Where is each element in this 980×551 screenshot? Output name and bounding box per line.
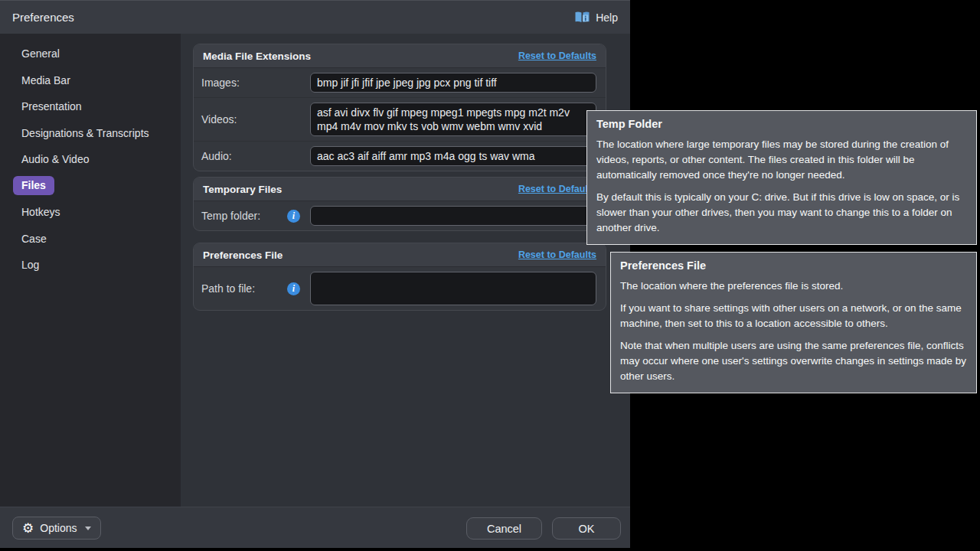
temp-folder-input[interactable] xyxy=(310,206,596,226)
sidebar-item-media-bar[interactable]: Media Bar xyxy=(0,67,181,94)
help-label: Help xyxy=(596,11,618,24)
section-media-file-extensions: Media File Extensions Reset to Defaults … xyxy=(193,44,606,171)
videos-extensions-row: Videos: asf avi divx flv gif mpeg mpeg1 … xyxy=(194,97,606,141)
help-book-icon xyxy=(574,11,590,24)
sidebar-item-designations-transcripts[interactable]: Designations & Transcripts xyxy=(0,120,181,147)
sidebar: General Media Bar Presentation Designati… xyxy=(0,34,181,507)
chevron-down-icon xyxy=(85,527,91,530)
sidebar-item-general[interactable]: General xyxy=(0,41,181,67)
temp-folder-row: Temp folder: i xyxy=(194,201,606,230)
title-bar: Preferences Help xyxy=(0,0,630,34)
sidebar-item-hotkeys[interactable]: Hotkeys xyxy=(0,199,181,226)
path-to-file-label: Path to file: xyxy=(201,282,287,295)
temp-folder-tooltip: Temp Folder The location where large tem… xyxy=(586,110,977,245)
section-header: Media File Extensions Reset to Defaults xyxy=(194,44,606,68)
audio-label: Audio: xyxy=(201,150,287,162)
section-header: Temporary Files Reset to Defaults xyxy=(194,178,606,201)
images-extensions-input[interactable]: bmp jif jfi jfif jpe jpeg jpg pcx png ti… xyxy=(310,73,596,93)
tooltip-title: Temp Folder xyxy=(596,118,967,130)
info-icon[interactable]: i xyxy=(287,210,300,223)
images-label: Images: xyxy=(201,77,287,89)
section-title: Preferences File xyxy=(203,249,283,261)
cancel-label: Cancel xyxy=(487,523,521,535)
section-header: Preferences File Reset to Defaults xyxy=(194,243,606,267)
page-title: Preferences xyxy=(12,11,74,24)
audio-extensions-input[interactable]: aac ac3 aif aiff amr mp3 m4a ogg ts wav … xyxy=(310,146,596,166)
ok-label: OK xyxy=(579,523,595,535)
preferences-file-tooltip: Preferences File The location where the … xyxy=(610,252,977,393)
sidebar-item-audio-video[interactable]: Audio & Video xyxy=(0,146,181,173)
preferences-window: Preferences Help General Media Bar Prese… xyxy=(0,0,630,548)
tooltip-paragraph: If you want to share settings with other… xyxy=(620,301,967,331)
reset-to-defaults-link[interactable]: Reset to Defaults xyxy=(518,51,596,61)
temp-folder-label: Temp folder: xyxy=(201,210,287,222)
info-icon[interactable]: i xyxy=(287,282,300,295)
tooltip-paragraph: By default this is typically on your C: … xyxy=(596,190,967,236)
section-title: Media File Extensions xyxy=(203,51,311,62)
path-to-file-input[interactable] xyxy=(310,272,596,305)
cancel-button[interactable]: Cancel xyxy=(466,517,542,540)
images-extensions-row: Images: bmp jif jfi jfif jpe jpeg jpg pc… xyxy=(194,68,606,97)
tooltip-title: Preferences File xyxy=(620,259,967,272)
bottom-bar: ⚙ Options Cancel OK xyxy=(0,507,630,548)
section-title: Temporary Files xyxy=(203,184,282,195)
options-button[interactable]: ⚙ Options xyxy=(12,517,101,540)
videos-label: Videos: xyxy=(201,113,287,126)
tooltip-paragraph: Note that when multiple users are using … xyxy=(620,338,967,384)
path-to-file-row: Path to file: i xyxy=(194,267,606,310)
sidebar-item-case[interactable]: Case xyxy=(0,226,181,253)
section-preferences-file: Preferences File Reset to Defaults Path … xyxy=(193,243,606,311)
reset-to-defaults-link[interactable]: Reset to Defaults xyxy=(518,249,596,260)
options-label: Options xyxy=(40,522,77,534)
sidebar-item-files[interactable]: Files xyxy=(0,173,181,200)
ok-button[interactable]: OK xyxy=(552,517,621,540)
sidebar-item-log[interactable]: Log xyxy=(0,252,181,279)
reset-to-defaults-link[interactable]: Reset to Defaults xyxy=(518,184,596,194)
section-temporary-files: Temporary Files Reset to Defaults Temp f… xyxy=(193,177,606,231)
audio-extensions-row: Audio: aac ac3 aif aiff amr mp3 m4a ogg … xyxy=(194,141,606,171)
sidebar-item-presentation[interactable]: Presentation xyxy=(0,93,181,120)
help-button[interactable]: Help xyxy=(574,11,618,24)
gear-icon: ⚙ xyxy=(22,522,34,535)
tooltip-paragraph: The location where large temporary files… xyxy=(596,137,967,183)
videos-extensions-input[interactable]: asf avi divx flv gif mpeg mpeg1 mpegts m… xyxy=(310,103,596,136)
tooltip-paragraph: The location where the preferences file … xyxy=(620,279,967,294)
main-panel: Media File Extensions Reset to Defaults … xyxy=(181,34,630,507)
